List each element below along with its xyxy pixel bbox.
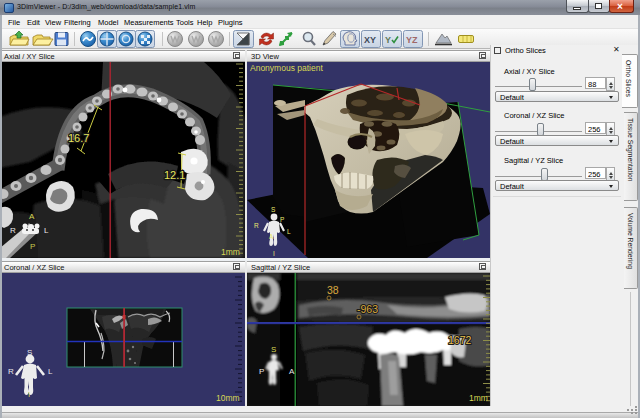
svg-text:10mm: 10mm — [216, 393, 240, 403]
svg-text:S: S — [27, 348, 32, 357]
svg-text:XY: XY — [364, 35, 376, 45]
svg-text:P: P — [30, 242, 35, 251]
svg-text:YZ: YZ — [406, 35, 418, 45]
svg-text:A: A — [29, 212, 35, 221]
svg-text:1672: 1672 — [448, 334, 472, 346]
svg-text:P: P — [259, 367, 264, 376]
svg-text:A: A — [269, 233, 274, 240]
svg-text:12.1: 12.1 — [164, 169, 185, 181]
svg-text:I: I — [28, 390, 30, 399]
svg-text:S: S — [271, 206, 276, 213]
svg-text:R: R — [10, 226, 16, 235]
svg-text:1mm: 1mm — [221, 247, 240, 257]
svg-text:R: R — [8, 367, 14, 376]
svg-text:Anonymous patient: Anonymous patient — [250, 63, 323, 73]
svg-text:P: P — [280, 216, 284, 223]
svg-text:I: I — [273, 250, 275, 257]
svg-text:1mm: 1mm — [469, 393, 488, 403]
svg-text:38: 38 — [327, 284, 339, 296]
svg-text:-963: -963 — [357, 303, 378, 315]
svg-text:L: L — [287, 228, 291, 235]
svg-text:L: L — [44, 226, 49, 235]
svg-text:L: L — [48, 367, 53, 376]
svg-text:Y: Y — [385, 35, 391, 45]
svg-text:16.7: 16.7 — [68, 132, 89, 144]
svg-text:A: A — [289, 367, 295, 376]
svg-text:R: R — [254, 222, 259, 229]
svg-text:S: S — [271, 345, 276, 354]
